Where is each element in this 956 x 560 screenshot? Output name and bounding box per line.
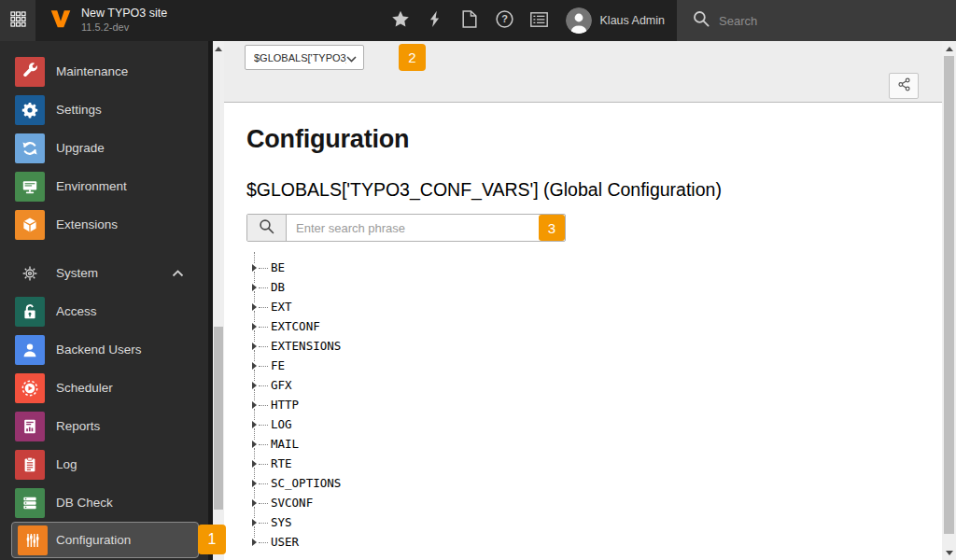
- tree-expand-icon[interactable]: [252, 264, 257, 272]
- sidebar-item-configuration[interactable]: Configuration 1: [11, 522, 199, 558]
- systeminfo-button[interactable]: [522, 0, 556, 41]
- bookmarks-button[interactable]: [384, 0, 418, 41]
- chevron-down-icon: [346, 49, 357, 66]
- topbar-search[interactable]: [677, 0, 956, 41]
- new-document-button[interactable]: [453, 0, 487, 41]
- tree-connector: [259, 425, 268, 426]
- module-function-select[interactable]: $GLOBALS['TYPO3_CO: [245, 45, 364, 70]
- sidebar-item-access[interactable]: Access: [0, 292, 208, 330]
- tree-expand-icon[interactable]: [252, 362, 257, 370]
- svg-text:?: ?: [501, 13, 508, 24]
- tree-node-be[interactable]: BE: [252, 258, 942, 277]
- tree-node-sc-options[interactable]: SC_OPTIONS: [252, 473, 942, 493]
- sidebar-item-label: Configuration: [56, 533, 131, 547]
- tree-node-http[interactable]: HTTP: [252, 395, 942, 414]
- sidebar-item-extensions[interactable]: Extensions: [0, 205, 208, 244]
- typo3-logo-icon: [49, 7, 73, 35]
- tree-node-extensions[interactable]: EXTENSIONS: [252, 336, 942, 356]
- search-icon: [693, 10, 710, 31]
- sidebar-item-label: DB Check: [56, 496, 113, 510]
- tree-node-db[interactable]: DB: [252, 277, 942, 297]
- site-title: New TYPO3 site: [81, 7, 167, 21]
- grid-icon: [10, 11, 26, 30]
- tree-node-fe[interactable]: FE: [252, 356, 942, 375]
- content-area: Configuration $GLOBALS['TYPO3_CONF_VARS'…: [224, 103, 942, 560]
- tree-connector: [259, 542, 268, 543]
- tree-expand-icon[interactable]: [252, 401, 257, 409]
- tree-expand-icon[interactable]: [252, 421, 257, 428]
- search-icon: [259, 218, 274, 238]
- sidebar-item-label: Scheduler: [56, 381, 113, 395]
- tree-expand-icon[interactable]: [252, 499, 257, 507]
- tree-node-label: EXTENSIONS: [271, 339, 341, 353]
- typo3-version: 11.5.2-dev: [81, 21, 167, 35]
- docheader: $GLOBALS['TYPO3_CO 2: [224, 41, 942, 103]
- list-box-icon: [530, 12, 548, 30]
- gear-outline-icon: [15, 259, 45, 288]
- sidebar-scrollbar-thumb[interactable]: [214, 327, 223, 510]
- tree-node-svconf[interactable]: SVCONF: [252, 493, 942, 512]
- tree-node-ext[interactable]: EXT: [252, 297, 942, 316]
- wrench-icon: [15, 57, 45, 87]
- sidebar-section-system[interactable]: System: [0, 254, 208, 292]
- site-info: New TYPO3 site 11.5.2-dev: [81, 7, 167, 34]
- config-search-input[interactable]: [287, 215, 539, 241]
- tree-node-log[interactable]: LOG: [252, 414, 942, 434]
- global-search-input[interactable]: [719, 14, 906, 28]
- typo3-backend: New TYPO3 site 11.5.2-dev ? Klaus Admin …: [0, 0, 956, 560]
- sidebar-item-maintenance[interactable]: Maintenance: [0, 52, 208, 91]
- sidebar-item-label: Environment: [56, 179, 127, 193]
- scroll-down-arrow-icon[interactable]: [946, 551, 953, 555]
- tree-node-sys[interactable]: SYS: [252, 512, 942, 532]
- tree-expand-icon[interactable]: [252, 519, 257, 526]
- help-button[interactable]: ?: [487, 0, 522, 41]
- tree-node-mail[interactable]: MAIL: [252, 434, 942, 454]
- tree-node-label: HTTP: [271, 398, 299, 412]
- lightning-bolt-icon: [429, 10, 441, 31]
- content-scrollbar-thumb[interactable]: [944, 56, 954, 534]
- tree-node-user[interactable]: USER: [252, 532, 942, 552]
- sidebar-item-label: Upgrade: [56, 141, 105, 155]
- content-scrollbar[interactable]: [942, 41, 956, 560]
- tree-expand-icon[interactable]: [252, 343, 257, 350]
- sidebar-item-environment[interactable]: Environment: [0, 167, 208, 205]
- tree-expand-icon[interactable]: [252, 382, 257, 389]
- scroll-up-arrow-icon[interactable]: [946, 47, 953, 51]
- tree-expand-icon[interactable]: [252, 323, 257, 330]
- tree-node-extconf[interactable]: EXTCONF: [252, 316, 942, 336]
- module-menu: Maintenance Settings Upgrade Environment…: [0, 41, 213, 560]
- tree-connector: [259, 287, 268, 288]
- app-grid-button[interactable]: [0, 0, 35, 41]
- tree-node-gfx[interactable]: GFX: [252, 375, 942, 395]
- tree-expand-icon[interactable]: [252, 460, 257, 468]
- share-button[interactable]: [889, 73, 919, 99]
- sidebar-item-scheduler[interactable]: Scheduler: [0, 369, 208, 407]
- user-menu[interactable]: Klaus Admin: [556, 0, 677, 41]
- sidebar-item-log[interactable]: Log: [0, 445, 208, 483]
- tree-expand-icon[interactable]: [252, 303, 257, 311]
- tree-expand-icon[interactable]: [252, 480, 257, 487]
- scroll-up-arrow-icon[interactable]: [215, 47, 222, 51]
- tree-expand-icon[interactable]: [252, 441, 257, 448]
- sidebar-item-settings[interactable]: Settings: [0, 91, 208, 129]
- topbar-spacer: [167, 0, 383, 41]
- tree-connector: [259, 327, 268, 328]
- tree-node-rte[interactable]: RTE: [252, 454, 942, 473]
- tree-connector: [259, 268, 268, 269]
- tree-node-label: SYS: [271, 515, 292, 529]
- tree-expand-icon[interactable]: [252, 539, 257, 546]
- sidebar-item-label: Backend Users: [56, 343, 142, 357]
- brand[interactable]: New TYPO3 site 11.5.2-dev: [35, 0, 167, 41]
- sidebar-item-reports[interactable]: Reports: [0, 407, 208, 445]
- tree-connector: [259, 503, 268, 504]
- module-function-select-value: $GLOBALS['TYPO3_CO: [254, 52, 346, 63]
- tree-connector: [259, 464, 268, 465]
- sidebar-item-upgrade[interactable]: Upgrade: [0, 129, 208, 167]
- tree-connector: [259, 523, 268, 524]
- sidebar-scrollbar[interactable]: [213, 41, 224, 560]
- clear-cache-button[interactable]: [418, 0, 453, 41]
- tree-node-label: LOG: [271, 417, 292, 431]
- tree-expand-icon[interactable]: [252, 284, 257, 291]
- sidebar-item-db-check[interactable]: DB Check: [0, 483, 208, 522]
- sidebar-item-backend-users[interactable]: Backend Users: [0, 330, 208, 369]
